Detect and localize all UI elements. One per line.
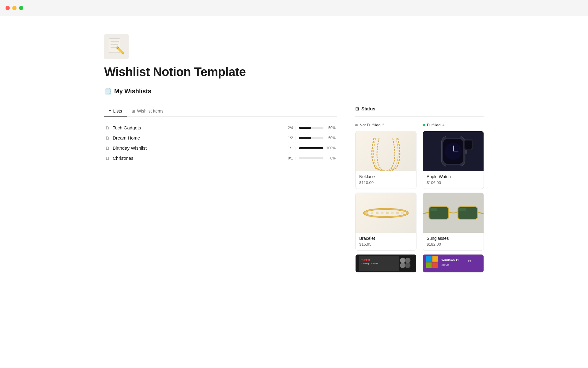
product-name: Neklace bbox=[359, 174, 413, 179]
product-card-gaming[interactable]: SUPER Gaming Console bbox=[355, 254, 417, 273]
svg-rect-16 bbox=[381, 212, 384, 214]
progress-bar bbox=[299, 147, 323, 149]
product-image-windows: Windows 11 256GB IPS bbox=[423, 255, 484, 273]
progress-count: 0/1 bbox=[288, 156, 293, 160]
meta-separator: | bbox=[296, 156, 296, 160]
tab-wishlist-label: Wishlist Items bbox=[137, 109, 163, 113]
svg-point-27 bbox=[400, 263, 405, 268]
svg-point-25 bbox=[400, 258, 405, 263]
not-fulfilled-header: Not Fulfilled 5 bbox=[355, 123, 417, 127]
necklace-illustration bbox=[356, 131, 416, 171]
lists-container: 🗋 Tech Gadgets 2/4 | 50% 🗋 Dream Home bbox=[104, 123, 337, 163]
fulfilled-dot bbox=[423, 124, 425, 126]
svg-text:SUPER: SUPER bbox=[361, 259, 370, 262]
two-col-layout: ≡ Lists ⊞ Wishlist Items 🗋 Tech Gadgets … bbox=[104, 106, 484, 276]
product-card-sunglasses[interactable]: Sunglasses $182.00 bbox=[423, 193, 484, 251]
section-icon: 🗒️ bbox=[104, 87, 112, 95]
not-fulfilled-count: 5 bbox=[383, 123, 385, 127]
list-item-doc-icon: 🗋 bbox=[105, 125, 110, 130]
section-divider bbox=[104, 100, 484, 100]
sunglasses-illustration bbox=[423, 193, 484, 233]
tab-wishlist-items[interactable]: ⊞ Wishlist Items bbox=[127, 106, 168, 117]
minimize-button[interactable] bbox=[12, 6, 17, 10]
list-item[interactable]: 🗋 Birthday Wishlist 1/1 | 100% bbox=[104, 143, 337, 153]
fulfilled-header: Fulfilled 4 bbox=[423, 123, 484, 127]
product-price: $106.00 bbox=[427, 180, 480, 185]
product-card-necklace[interactable]: Neklace $110.00 bbox=[355, 131, 417, 189]
list-item[interactable]: 🗋 Tech Gadgets 2/4 | 50% bbox=[104, 123, 337, 133]
status-label: Status bbox=[361, 106, 375, 111]
list-item-name: Birthday Wishlist bbox=[113, 145, 285, 151]
svg-rect-15 bbox=[376, 212, 379, 214]
product-image-bracelet bbox=[356, 193, 416, 233]
bracelet-illustration bbox=[356, 193, 416, 233]
product-card-body: Neklace $110.00 bbox=[356, 171, 416, 189]
not-fulfilled-dot bbox=[355, 124, 358, 126]
page-icon-image bbox=[104, 34, 129, 59]
tab-lists[interactable]: ≡ Lists bbox=[104, 106, 127, 117]
progress-pct: 50% bbox=[326, 126, 336, 130]
product-image-watch bbox=[423, 131, 484, 171]
not-fulfilled-label: Not Fulfilled bbox=[360, 123, 381, 127]
close-button[interactable] bbox=[6, 6, 10, 10]
status-columns: Not Fulfilled 5 bbox=[355, 123, 484, 276]
tabs-container: ≡ Lists ⊞ Wishlist Items bbox=[104, 106, 337, 117]
product-image-gaming: SUPER Gaming Console bbox=[356, 255, 416, 273]
wishlist-tab-icon: ⊞ bbox=[132, 109, 135, 113]
svg-rect-14 bbox=[371, 212, 374, 214]
list-item-name: Tech Gadgets bbox=[113, 125, 285, 130]
progress-bar bbox=[299, 157, 323, 159]
svg-rect-50 bbox=[426, 263, 432, 268]
list-item-name: Christmas bbox=[113, 155, 285, 161]
product-price: $15.95 bbox=[359, 242, 413, 247]
list-item[interactable]: 🗋 Christmas 0/1 | 0% bbox=[104, 153, 337, 163]
list-item-name: Dream Home bbox=[113, 135, 285, 140]
progress-bar-fill bbox=[299, 137, 311, 139]
svg-rect-47 bbox=[423, 255, 484, 273]
progress-bar-fill bbox=[299, 127, 311, 129]
progress-bar bbox=[299, 137, 323, 139]
status-header: ⊞ Status bbox=[355, 106, 484, 111]
section-heading: 🗒️ My Wishlists bbox=[104, 87, 484, 95]
fulfilled-label: Fulfilled bbox=[427, 123, 441, 127]
page-icon bbox=[104, 34, 484, 59]
tab-lists-label: Lists bbox=[113, 109, 122, 113]
lists-tab-icon: ≡ bbox=[109, 109, 111, 113]
progress-count: 1/2 bbox=[288, 136, 293, 140]
product-price: $182.00 bbox=[427, 242, 480, 247]
svg-rect-18 bbox=[391, 212, 394, 214]
svg-text:Gaming Console: Gaming Console bbox=[361, 262, 378, 265]
gaming-illustration: SUPER Gaming Console bbox=[356, 255, 416, 273]
list-item-doc-icon: 🗋 bbox=[105, 156, 110, 161]
progress-count: 2/4 bbox=[288, 126, 293, 130]
right-column: ⊞ Status Not Fulfilled 5 bbox=[355, 106, 484, 276]
watch-illustration bbox=[423, 131, 484, 171]
meta-separator: | bbox=[296, 146, 296, 150]
svg-text:256GB: 256GB bbox=[442, 263, 449, 266]
pencil-notepad-icon bbox=[107, 37, 126, 56]
progress-bar bbox=[299, 127, 323, 129]
svg-rect-20 bbox=[401, 212, 404, 214]
list-item-meta: 1/2 | 50% bbox=[288, 136, 336, 140]
product-name: Bracelet bbox=[359, 236, 413, 241]
svg-rect-0 bbox=[109, 39, 120, 53]
product-card-watch[interactable]: Apple Watch $106.00 bbox=[423, 131, 484, 189]
product-card-bracelet[interactable]: Bracelet $15.95 bbox=[355, 193, 417, 251]
fulfilled-column: Fulfilled 4 bbox=[423, 123, 484, 276]
maximize-button[interactable] bbox=[19, 6, 23, 10]
section-heading-text: My Wishlists bbox=[114, 88, 151, 95]
product-card-body: Sunglasses $182.00 bbox=[423, 233, 484, 250]
product-card-body: Apple Watch $106.00 bbox=[423, 171, 484, 189]
list-item-meta: 1/1 | 100% bbox=[288, 146, 336, 150]
product-price: $110.00 bbox=[359, 180, 413, 185]
svg-rect-13 bbox=[366, 212, 368, 214]
progress-pct: 100% bbox=[326, 146, 336, 150]
list-item-doc-icon: 🗋 bbox=[105, 146, 110, 151]
product-card-windows[interactable]: Windows 11 256GB IPS bbox=[423, 254, 484, 273]
product-name: Sunglasses bbox=[427, 236, 480, 241]
svg-rect-17 bbox=[386, 212, 389, 214]
svg-rect-32 bbox=[446, 165, 461, 171]
list-item[interactable]: 🗋 Dream Home 1/2 | 50% bbox=[104, 133, 337, 143]
page-title: Wishlist Notion Template bbox=[104, 65, 484, 79]
progress-count: 1/1 bbox=[288, 146, 293, 150]
